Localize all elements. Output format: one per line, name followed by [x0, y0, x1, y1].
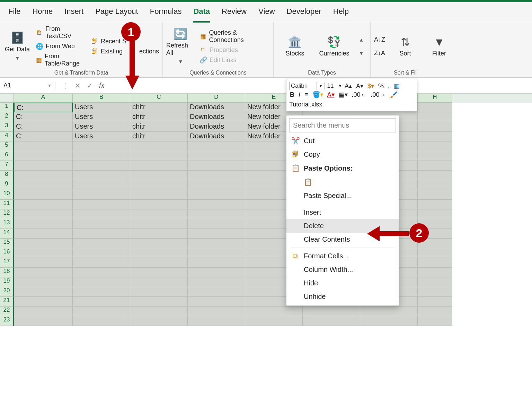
sort-button[interactable]: ⇅ Sort	[391, 35, 419, 57]
cell[interactable]	[73, 307, 130, 316]
row-header[interactable]: 23	[0, 316, 14, 326]
cell[interactable]	[188, 190, 245, 200]
row-header[interactable]: 17	[0, 258, 14, 268]
row-header[interactable]: 2	[0, 112, 14, 122]
currency-style-icon[interactable]: $▾	[367, 82, 375, 90]
cell[interactable]	[14, 209, 73, 219]
col-header-a[interactable]: A	[14, 94, 73, 103]
fill-color-icon[interactable]: 🪣▾	[312, 91, 324, 98]
font-color-icon[interactable]: A▾	[327, 91, 335, 98]
cell[interactable]	[188, 268, 245, 277]
accept-formula-icon[interactable]: ✓	[87, 81, 93, 90]
cell[interactable]: C:	[14, 112, 73, 122]
tab-help[interactable]: Help	[333, 7, 349, 22]
cell[interactable]	[130, 277, 188, 287]
cell[interactable]: C:	[14, 122, 73, 132]
col-header-c[interactable]: C	[130, 94, 188, 103]
cell[interactable]	[73, 200, 130, 209]
cell[interactable]: Users	[73, 112, 130, 122]
cell[interactable]	[418, 171, 452, 180]
cell[interactable]	[360, 307, 418, 316]
chevron-down-icon[interactable]: ▼	[47, 83, 52, 88]
cell[interactable]	[130, 190, 188, 200]
cell[interactable]	[188, 297, 245, 307]
cell[interactable]	[245, 307, 303, 316]
cell[interactable]	[14, 307, 73, 316]
cell[interactable]	[303, 307, 360, 316]
cell[interactable]	[73, 277, 130, 287]
from-text-csv[interactable]: 🗎From Text/CSV	[36, 25, 86, 41]
decrease-decimal-icon[interactable]: .00→	[370, 91, 387, 98]
cell[interactable]	[130, 209, 188, 219]
cell[interactable]	[130, 171, 188, 180]
tab-developer[interactable]: Developer	[287, 7, 321, 22]
cell[interactable]	[130, 287, 188, 297]
row-header[interactable]: 6	[0, 151, 14, 161]
percent-style-icon[interactable]: %	[378, 83, 384, 90]
menu-copy[interactable]: 🗐Copy	[286, 148, 399, 161]
cell[interactable]	[14, 239, 73, 248]
col-header-b[interactable]: B	[73, 94, 130, 103]
cell[interactable]	[73, 151, 130, 161]
cell[interactable]: Users	[73, 122, 130, 132]
cell[interactable]	[418, 277, 452, 287]
cell[interactable]	[418, 190, 452, 200]
cell[interactable]	[14, 141, 73, 151]
cell[interactable]	[14, 161, 73, 171]
cell[interactable]	[188, 248, 245, 258]
sort-desc-icon[interactable]: Z↓A	[374, 50, 385, 57]
cell[interactable]: chitr	[130, 132, 188, 141]
cell[interactable]	[73, 229, 130, 239]
row-header[interactable]: 16	[0, 248, 14, 258]
cell[interactable]	[418, 209, 452, 219]
row-header[interactable]: 13	[0, 219, 14, 229]
align-icon[interactable]: ≡	[304, 91, 309, 98]
row-header[interactable]: 3	[0, 122, 14, 132]
cell[interactable]	[73, 287, 130, 297]
cell[interactable]	[188, 151, 245, 161]
cell[interactable]	[418, 180, 452, 190]
row-header[interactable]: 5	[0, 141, 14, 151]
cell[interactable]	[245, 316, 303, 326]
increase-font-icon[interactable]: A▴	[344, 82, 353, 90]
cell[interactable]	[418, 287, 452, 297]
cell[interactable]	[418, 307, 452, 316]
tab-insert[interactable]: Insert	[64, 7, 83, 22]
cell[interactable]	[188, 287, 245, 297]
cell[interactable]	[73, 258, 130, 268]
menu-cut[interactable]: ✂️Cut	[286, 134, 399, 148]
row-header[interactable]: 22	[0, 307, 14, 316]
queries-connections[interactable]: ▦Queries & Connections	[200, 28, 270, 44]
cell[interactable]	[130, 307, 188, 316]
menu-paste-default[interactable]: 📋	[286, 175, 399, 189]
cell[interactable]: Downloads	[188, 122, 245, 132]
row-header[interactable]: 15	[0, 239, 14, 248]
cell[interactable]	[188, 161, 245, 171]
cell[interactable]	[188, 180, 245, 190]
get-data-button[interactable]: 🗄️ Get Data ▾	[3, 31, 31, 62]
row-header[interactable]: 14	[0, 229, 14, 239]
row-header[interactable]: 1	[0, 103, 14, 112]
cell[interactable]	[303, 316, 360, 326]
cell[interactable]	[14, 151, 73, 161]
increase-decimal-icon[interactable]: .00←	[351, 91, 367, 98]
row-header[interactable]: 20	[0, 287, 14, 297]
cell[interactable]	[130, 151, 188, 161]
cell[interactable]	[418, 258, 452, 268]
tab-formulas[interactable]: Formulas	[150, 7, 182, 22]
cell[interactable]	[73, 190, 130, 200]
data-type-stocks[interactable]: 🏛️ Stocks	[281, 35, 309, 57]
row-header[interactable]: 18	[0, 268, 14, 277]
cell[interactable]	[73, 141, 130, 151]
cell[interactable]	[73, 248, 130, 258]
sort-asc-icon[interactable]: A↓Z	[374, 36, 385, 43]
spreadsheet-grid[interactable]: A B C D E F G H 1C:UserschitrDownloadsNe…	[0, 94, 532, 326]
cell[interactable]	[14, 171, 73, 180]
from-web[interactable]: 🌐From Web	[36, 42, 86, 51]
refresh-all-button[interactable]: 🔄 Refresh All ▾	[166, 27, 195, 65]
menu-column-width[interactable]: Column Width...	[286, 263, 399, 276]
row-header[interactable]: 19	[0, 277, 14, 287]
cell[interactable]: Downloads	[188, 112, 245, 122]
cancel-formula-icon[interactable]: ✕	[75, 81, 81, 90]
tab-file[interactable]: File	[8, 7, 20, 22]
